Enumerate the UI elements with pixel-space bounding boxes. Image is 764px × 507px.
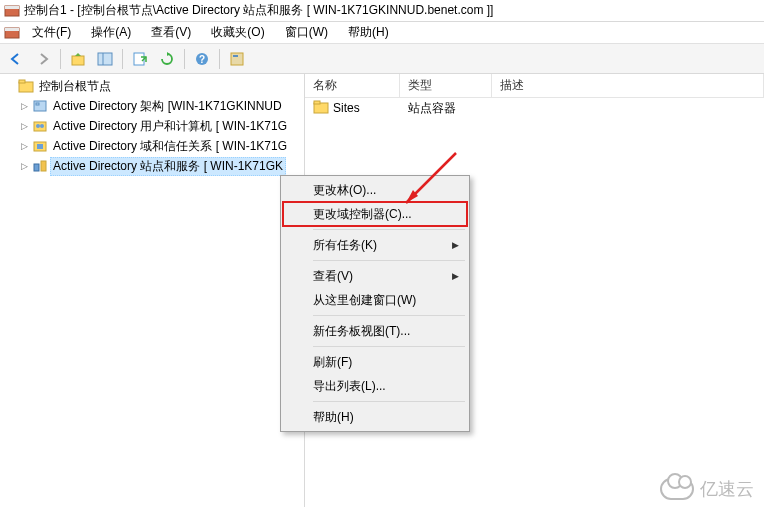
- menu-window[interactable]: 窗口(W): [277, 22, 336, 43]
- tree-item-label: Active Directory 用户和计算机 [ WIN-1K71G: [50, 117, 290, 136]
- svg-rect-24: [314, 101, 320, 104]
- ctx-label: 更改域控制器(C)...: [313, 206, 412, 223]
- svg-rect-15: [36, 103, 39, 105]
- refresh-button[interactable]: [155, 47, 179, 71]
- svg-rect-7: [134, 53, 144, 65]
- ad-domains-icon: [32, 138, 48, 154]
- menu-action[interactable]: 操作(A): [83, 22, 139, 43]
- svg-rect-3: [5, 28, 19, 31]
- column-desc[interactable]: 描述: [492, 74, 764, 97]
- svg-rect-11: [233, 55, 238, 57]
- ctx-taskpad-view[interactable]: 新任务板视图(T)...: [283, 319, 467, 343]
- menu-bar: 文件(F) 操作(A) 查看(V) 收藏夹(O) 窗口(W) 帮助(H): [0, 22, 764, 44]
- expander-icon[interactable]: ▷: [18, 120, 30, 132]
- expander-icon[interactable]: ▷: [18, 160, 30, 172]
- svg-rect-22: [41, 161, 46, 171]
- column-name[interactable]: 名称: [305, 74, 400, 97]
- toolbar-separator: [122, 49, 123, 69]
- tree-item-domains-trusts[interactable]: ▷ Active Directory 域和信任关系 [ WIN-1K71G: [0, 136, 304, 156]
- tree-item-label: Active Directory 站点和服务 [ WIN-1K71GK: [50, 157, 286, 176]
- ctx-separator: [313, 401, 465, 402]
- cloud-icon: [660, 478, 694, 500]
- export-button[interactable]: [128, 47, 152, 71]
- forward-button[interactable]: [31, 47, 55, 71]
- ad-schema-icon: [32, 98, 48, 114]
- svg-rect-10: [231, 53, 243, 65]
- toolbar-separator: [184, 49, 185, 69]
- app-icon: [4, 3, 20, 19]
- ctx-label: 更改林(O)...: [313, 182, 376, 199]
- menu-help[interactable]: 帮助(H): [340, 22, 397, 43]
- ctx-all-tasks[interactable]: 所有任务(K)▶: [283, 233, 467, 257]
- help-button[interactable]: ?: [190, 47, 214, 71]
- list-header: 名称 类型 描述: [305, 74, 764, 98]
- folder-icon: [313, 100, 329, 117]
- tree-item-label: Active Directory 架构 [WIN-1K71GKINNUD: [50, 97, 285, 116]
- menu-view[interactable]: 查看(V): [143, 22, 199, 43]
- ctx-separator: [313, 260, 465, 261]
- ctx-label: 帮助(H): [313, 409, 354, 426]
- ctx-view[interactable]: 查看(V)▶: [283, 264, 467, 288]
- toolbar: ?: [0, 44, 764, 74]
- watermark-text: 亿速云: [700, 477, 754, 501]
- svg-rect-21: [34, 164, 39, 171]
- tree-root-label: 控制台根节点: [36, 77, 114, 96]
- list-row-sites[interactable]: Sites 站点容器: [305, 98, 764, 118]
- svg-rect-4: [72, 56, 84, 65]
- ctx-export-list[interactable]: 导出列表(L)...: [283, 374, 467, 398]
- ctx-separator: [313, 229, 465, 230]
- ctx-label: 刷新(F): [313, 354, 352, 371]
- svg-rect-5: [98, 53, 112, 65]
- tree-item-label: Active Directory 域和信任关系 [ WIN-1K71G: [50, 137, 290, 156]
- ctx-label: 导出列表(L)...: [313, 378, 386, 395]
- toolbar-separator: [219, 49, 220, 69]
- window-title: 控制台1 - [控制台根节点\Active Directory 站点和服务 [ …: [24, 2, 493, 19]
- ctx-refresh[interactable]: 刷新(F): [283, 350, 467, 374]
- svg-point-18: [40, 124, 44, 128]
- ad-sites-icon: [32, 158, 48, 174]
- tree-pane[interactable]: ▶ 控制台根节点 ▷ Active Directory 架构 [WIN-1K71…: [0, 74, 305, 507]
- menu-file[interactable]: 文件(F): [24, 22, 79, 43]
- cell-type: 站点容器: [408, 100, 456, 117]
- column-type[interactable]: 类型: [400, 74, 492, 97]
- up-button[interactable]: [66, 47, 90, 71]
- tree-item-schema[interactable]: ▷ Active Directory 架构 [WIN-1K71GKINNUD: [0, 96, 304, 116]
- ctx-label: 查看(V): [313, 268, 353, 285]
- menu-favorites[interactable]: 收藏夹(O): [203, 22, 272, 43]
- ctx-label: 从这里创建窗口(W): [313, 292, 416, 309]
- submenu-arrow-icon: ▶: [452, 271, 459, 281]
- properties-button[interactable]: [225, 47, 249, 71]
- expander-icon[interactable]: ▷: [18, 100, 30, 112]
- ctx-separator: [313, 315, 465, 316]
- svg-rect-20: [37, 144, 43, 149]
- tree-item-users-computers[interactable]: ▷ Active Directory 用户和计算机 [ WIN-1K71G: [0, 116, 304, 136]
- svg-rect-1: [5, 6, 19, 9]
- ctx-change-dc[interactable]: 更改域控制器(C)...: [283, 202, 467, 226]
- tree-root[interactable]: ▶ 控制台根节点: [0, 76, 304, 96]
- mmc-icon: [4, 25, 20, 41]
- ad-users-icon: [32, 118, 48, 134]
- folder-icon: [18, 78, 34, 94]
- svg-rect-13: [19, 80, 25, 83]
- svg-point-17: [36, 124, 40, 128]
- svg-text:?: ?: [199, 54, 205, 65]
- expander-icon[interactable]: ▷: [18, 140, 30, 152]
- context-menu: 更改林(O)... 更改域控制器(C)... 所有任务(K)▶ 查看(V)▶ 从…: [280, 175, 470, 432]
- title-bar: 控制台1 - [控制台根节点\Active Directory 站点和服务 [ …: [0, 0, 764, 22]
- toolbar-separator: [60, 49, 61, 69]
- show-hide-tree-button[interactable]: [93, 47, 117, 71]
- back-button[interactable]: [4, 47, 28, 71]
- cell-name: Sites: [333, 101, 360, 115]
- ctx-change-forest[interactable]: 更改林(O)...: [283, 178, 467, 202]
- ctx-separator: [313, 346, 465, 347]
- submenu-arrow-icon: ▶: [452, 240, 459, 250]
- watermark: 亿速云: [660, 477, 754, 501]
- ctx-new-window[interactable]: 从这里创建窗口(W): [283, 288, 467, 312]
- ctx-label: 新任务板视图(T)...: [313, 323, 410, 340]
- ctx-label: 所有任务(K): [313, 237, 377, 254]
- svg-rect-16: [34, 122, 46, 131]
- tree-item-sites-services[interactable]: ▷ Active Directory 站点和服务 [ WIN-1K71GK: [0, 156, 304, 176]
- ctx-help[interactable]: 帮助(H): [283, 405, 467, 429]
